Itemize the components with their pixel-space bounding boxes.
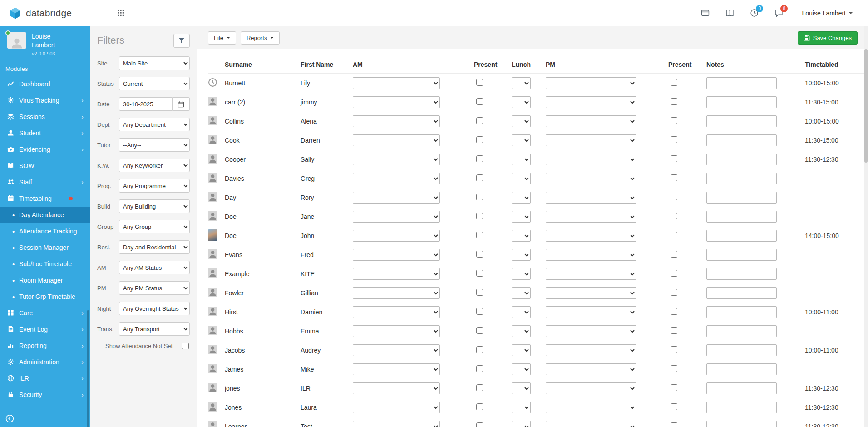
present-pm-checkbox[interactable] <box>671 136 677 143</box>
pm-status-select[interactable] <box>546 211 636 223</box>
am-status-select[interactable] <box>353 287 440 299</box>
present-am-checkbox[interactable] <box>476 232 483 238</box>
lunch-select[interactable] <box>512 77 531 89</box>
pm-status-select[interactable] <box>546 287 636 299</box>
sidebar-subitem-room-manager[interactable]: •Room Manager <box>0 272 90 288</box>
am-status-select[interactable] <box>353 421 440 427</box>
notes-input[interactable] <box>706 325 777 337</box>
sidebar-item-care[interactable]: Care› <box>0 305 90 321</box>
present-am-checkbox[interactable] <box>476 403 483 410</box>
sidebar-scrollbar[interactable] <box>87 310 89 427</box>
am-status-select[interactable] <box>353 344 440 356</box>
lunch-select[interactable] <box>512 287 531 299</box>
present-pm-checkbox[interactable] <box>671 98 677 105</box>
present-pm-checkbox[interactable] <box>671 270 677 277</box>
present-am-checkbox[interactable] <box>476 327 483 334</box>
lunch-select[interactable] <box>512 325 531 337</box>
page-scrollbar[interactable] <box>864 26 868 427</box>
notes-input[interactable] <box>706 154 777 165</box>
lunch-select[interactable] <box>512 211 531 223</box>
pm-status-select[interactable] <box>546 134 636 146</box>
sidebar-item-dashboard[interactable]: Dashboard <box>0 76 90 92</box>
am-status-select[interactable] <box>353 402 440 413</box>
am-status-select[interactable] <box>353 154 440 165</box>
pm-status-select[interactable] <box>546 402 636 413</box>
filter-k-w-select[interactable]: Any Keyworker <box>119 159 190 172</box>
filter-group-select[interactable]: Any Group <box>119 220 190 233</box>
present-am-checkbox[interactable] <box>476 174 483 181</box>
pm-status-select[interactable] <box>546 325 636 337</box>
sidebar-item-student[interactable]: Student› <box>0 125 90 141</box>
notes-input[interactable] <box>706 96 777 108</box>
lunch-select[interactable] <box>512 115 531 127</box>
pm-status-select[interactable] <box>546 115 636 127</box>
present-pm-checkbox[interactable] <box>671 79 677 86</box>
notes-input[interactable] <box>706 363 777 375</box>
filter-site-select[interactable]: Main Site <box>119 56 190 70</box>
am-status-select[interactable] <box>353 134 440 146</box>
present-am-checkbox[interactable] <box>476 308 483 315</box>
am-status-select[interactable] <box>353 173 440 184</box>
am-status-select[interactable] <box>353 96 440 108</box>
notes-input[interactable] <box>706 249 777 261</box>
am-status-select[interactable] <box>353 230 440 242</box>
lunch-select[interactable] <box>512 402 531 413</box>
lunch-select[interactable] <box>512 306 531 318</box>
sidebar-item-event-log[interactable]: Event Log› <box>0 321 90 338</box>
present-pm-checkbox[interactable] <box>671 384 677 391</box>
notes-input[interactable] <box>706 77 777 89</box>
present-pm-checkbox[interactable] <box>671 232 677 238</box>
pm-status-select[interactable] <box>546 96 636 108</box>
reports-menu-button[interactable]: Reports <box>241 31 280 45</box>
present-am-checkbox[interactable] <box>476 365 483 372</box>
present-pm-checkbox[interactable] <box>671 117 677 124</box>
sidebar-item-reporting[interactable]: Reporting› <box>0 338 90 354</box>
am-status-select[interactable] <box>353 249 440 261</box>
apps-grid-icon[interactable] <box>117 9 125 17</box>
filter-trans-select[interactable]: Any Transport <box>119 322 190 336</box>
scrollbar-thumb[interactable] <box>864 49 868 163</box>
filter-resi-select[interactable]: Day and Residential <box>119 240 190 254</box>
chat-icon[interactable]: 8 <box>774 9 784 18</box>
notes-input[interactable] <box>706 382 777 394</box>
sidebar-item-timetabling[interactable]: Timetabling <box>0 190 90 207</box>
present-pm-checkbox[interactable] <box>671 213 677 219</box>
present-am-checkbox[interactable] <box>476 98 483 105</box>
present-am-checkbox[interactable] <box>476 155 483 162</box>
filter-dept-select[interactable]: Any Department <box>119 118 190 131</box>
present-pm-checkbox[interactable] <box>671 194 677 200</box>
present-am-checkbox[interactable] <box>476 346 483 353</box>
lunch-select[interactable] <box>512 344 531 356</box>
am-status-select[interactable] <box>353 363 440 375</box>
pm-status-select[interactable] <box>546 344 636 356</box>
am-status-select[interactable] <box>353 115 440 127</box>
notes-input[interactable] <box>706 230 777 242</box>
present-pm-checkbox[interactable] <box>671 346 677 353</box>
filter-button[interactable] <box>173 34 190 48</box>
lunch-select[interactable] <box>512 230 531 242</box>
lunch-select[interactable] <box>512 192 531 204</box>
present-am-checkbox[interactable] <box>476 194 483 200</box>
present-pm-checkbox[interactable] <box>671 308 677 315</box>
calendar-button[interactable] <box>173 97 190 111</box>
notes-input[interactable] <box>706 134 777 146</box>
present-pm-checkbox[interactable] <box>671 251 677 258</box>
am-status-select[interactable] <box>353 192 440 204</box>
sidebar-item-sow[interactable]: SOW <box>0 158 90 174</box>
present-am-checkbox[interactable] <box>476 213 483 219</box>
lunch-select[interactable] <box>512 421 531 427</box>
pm-status-select[interactable] <box>546 382 636 394</box>
present-pm-checkbox[interactable] <box>671 365 677 372</box>
notes-input[interactable] <box>706 287 777 299</box>
sidebar-item-security[interactable]: Security› <box>0 387 90 403</box>
am-status-select[interactable] <box>353 77 440 89</box>
sidebar-subitem-attendance-tracking[interactable]: •Attendance Tracking <box>0 223 90 239</box>
lunch-select[interactable] <box>512 363 531 375</box>
present-am-checkbox[interactable] <box>476 270 483 277</box>
pm-status-select[interactable] <box>546 306 636 318</box>
sidebar-subitem-day-attendance[interactable]: •Day Attendance <box>0 207 90 223</box>
user-menu[interactable]: Louise Lambert <box>802 10 853 17</box>
notes-input[interactable] <box>706 115 777 127</box>
pm-status-select[interactable] <box>546 249 636 261</box>
lunch-select[interactable] <box>512 173 531 184</box>
